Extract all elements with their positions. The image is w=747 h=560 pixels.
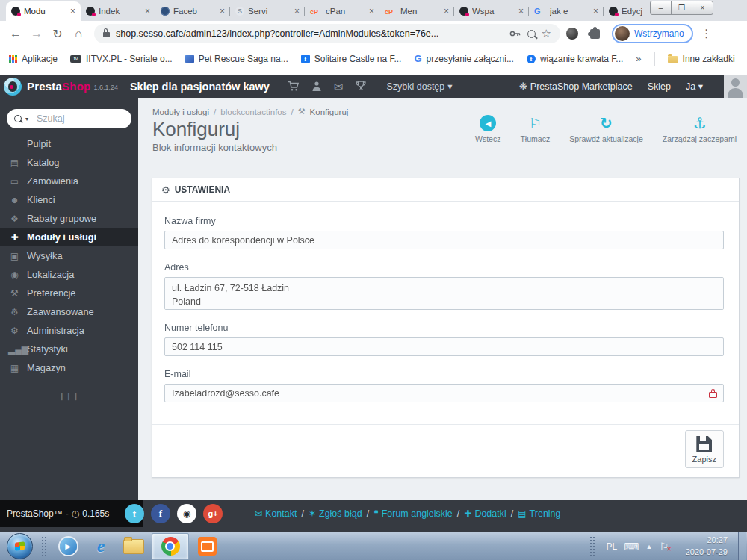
tab-index[interactable]: Indek × xyxy=(81,1,155,21)
training-link[interactable]: ▤Trening xyxy=(518,508,560,519)
extension-icon[interactable] xyxy=(566,28,578,40)
sidebar-item-klienci[interactable]: ☻Klienci xyxy=(0,190,138,209)
check-updates-button[interactable]: ↻ Sprawdź aktualizacje xyxy=(569,114,643,143)
extensions-puzzle-icon[interactable] xyxy=(590,29,600,39)
tab-service[interactable]: Servi × xyxy=(230,1,305,21)
bookmark-pet-rescue[interactable]: Pet Rescue Saga na... xyxy=(185,54,288,64)
sidebar-item-administracja[interactable]: ⚙Administracja xyxy=(0,321,138,340)
xampp-button[interactable] xyxy=(192,534,222,559)
sidebar-item-zamowienia[interactable]: ▭Zamówienia xyxy=(0,172,138,190)
sidebar-item-lokalizacja[interactable]: ◉Lokalizacja xyxy=(0,265,138,284)
google-plus-icon[interactable]: g+ xyxy=(203,504,223,523)
tab-menu[interactable]: Men × xyxy=(379,1,454,21)
restore-button[interactable]: ❐ xyxy=(671,1,692,15)
github-icon[interactable]: ◉ xyxy=(177,504,196,523)
sidebar-search[interactable]: ▾ xyxy=(7,109,131,128)
sidebar-item-pulpit[interactable]: Pulpit xyxy=(0,134,138,153)
manage-hooks-button[interactable]: ⚓ Zarządzaj zaczepami xyxy=(663,114,737,143)
customer-icon[interactable] xyxy=(311,81,322,92)
email-input[interactable] xyxy=(164,384,724,402)
tab-modules[interactable]: Modu × xyxy=(6,1,81,21)
action-center-flag-icon[interactable]: ⚐ xyxy=(659,541,669,553)
forward-icon[interactable]: → xyxy=(27,27,46,40)
file-explorer-button[interactable] xyxy=(119,534,149,559)
sidebar-item-magazyn[interactable]: ▦Magazyn xyxy=(0,358,138,377)
marketplace-link[interactable]: ❋PrestaShop Marketplace xyxy=(519,81,633,92)
tab-facebook[interactable]: Faceb × xyxy=(155,1,230,21)
sidebar-collapse-handle[interactable]: ❙❙❙ xyxy=(58,392,79,400)
report-bug-link[interactable]: ✶Zgłoś błąd xyxy=(309,508,362,519)
translate-button[interactable]: ⚐ Tłumacz xyxy=(520,114,550,143)
password-key-icon[interactable] xyxy=(509,28,521,39)
tab-cpanel[interactable]: cPan × xyxy=(305,1,379,21)
facebook-icon[interactable]: f xyxy=(151,504,170,523)
close-button[interactable]: × xyxy=(692,1,713,15)
breadcrumb-modules[interactable]: Moduły i usługi xyxy=(152,108,209,116)
trophy-icon[interactable] xyxy=(355,81,367,92)
contact-link[interactable]: ✉Kontakt xyxy=(255,508,297,519)
tab-close-icon[interactable]: × xyxy=(294,7,300,16)
search-input[interactable] xyxy=(35,113,124,125)
browser-menu-icon[interactable]: ⋮ xyxy=(699,27,714,40)
book-icon: ▤ xyxy=(518,508,526,519)
tab-close-icon[interactable]: × xyxy=(444,7,449,16)
bookmark-tie[interactable]: wiązanie krawata F... xyxy=(527,54,623,64)
zoom-icon[interactable] xyxy=(527,30,536,38)
quick-access-dropdown[interactable]: Szybki dostęp ▾ xyxy=(386,81,452,92)
sidebar-item-statystyki[interactable]: ▂▄▆Statystyki xyxy=(0,340,138,358)
minimize-button[interactable]: – xyxy=(650,1,672,15)
chrome-button-active[interactable] xyxy=(152,533,189,560)
bookmark-iitvx[interactable]: IITVX.PL - Seriale o... xyxy=(70,54,173,64)
bookmark-star-icon[interactable]: ☆ xyxy=(542,27,551,40)
user-avatar[interactable] xyxy=(724,75,747,98)
cart-icon[interactable] xyxy=(288,81,300,92)
language-indicator[interactable]: PL xyxy=(607,541,618,552)
other-bookmarks[interactable]: Inne zakładki xyxy=(668,54,735,64)
sidebar-item-moduly[interactable]: ✚Moduły i usługi xyxy=(0,228,138,246)
media-player-button[interactable]: ▶ xyxy=(53,534,83,559)
phone-input[interactable] xyxy=(164,337,724,356)
sidebar-item-rabaty[interactable]: ❖Rabaty grupowe xyxy=(0,209,138,228)
secure-lock-icon[interactable] xyxy=(103,32,110,37)
bookmark-solitaire[interactable]: Solitaire Castle na F... xyxy=(301,54,402,64)
user-menu[interactable]: Ja ▾ xyxy=(686,81,703,92)
bookmark-attachments[interactable]: G przesyłanie załączni... xyxy=(414,53,514,64)
shop-name-link[interactable]: Sklep dla pasjonatów kawy xyxy=(130,81,270,93)
tab-close-icon[interactable]: × xyxy=(518,7,524,16)
forum-link[interactable]: ❝Forum angielskie xyxy=(374,508,453,519)
bookmarks-overflow-icon[interactable]: » xyxy=(636,53,641,64)
tab-close-icon[interactable]: × xyxy=(593,7,598,16)
messages-icon[interactable]: ✉ xyxy=(334,80,344,93)
address-textarea[interactable]: ul. Ładzin 67, 72-518 Ładzin Poland xyxy=(164,277,724,310)
tab-close-icon[interactable]: × xyxy=(220,7,225,16)
back-button[interactable]: ◀ Wstecz xyxy=(475,114,500,143)
sidebar-item-katalog[interactable]: ▤Katalog xyxy=(0,153,138,172)
tab-close-icon[interactable]: × xyxy=(369,7,374,16)
company-name-input[interactable] xyxy=(164,231,724,249)
profile-chip[interactable]: Wstrzymano xyxy=(612,24,693,43)
url-text[interactable]: shop.sesso.cafe/admin123/index.php?contr… xyxy=(116,28,503,39)
sidebar-item-wysylka[interactable]: ▣Wysyłka xyxy=(0,246,138,265)
save-button[interactable]: Zapisz xyxy=(685,430,724,468)
bookmark-apps[interactable]: Aplikacje xyxy=(9,54,58,64)
start-button[interactable] xyxy=(7,533,33,559)
home-icon[interactable]: ⌂ xyxy=(69,27,88,40)
internet-explorer-button[interactable]: e xyxy=(86,534,116,559)
tab-close-icon[interactable]: × xyxy=(145,7,150,16)
keyboard-icon[interactable]: ⌨ xyxy=(624,541,639,553)
tray-expand-icon[interactable]: ▲ xyxy=(646,543,653,550)
caret-down-icon[interactable]: ▾ xyxy=(25,116,28,122)
tab-wspa[interactable]: Wspa × xyxy=(454,1,529,21)
addons-link[interactable]: ✚Dodatki xyxy=(464,508,506,519)
tab-close-icon[interactable]: × xyxy=(70,7,75,16)
reload-icon[interactable]: ↻ xyxy=(48,27,67,41)
address-bar[interactable]: shop.sesso.cafe/admin123/index.php?contr… xyxy=(94,24,560,43)
sidebar-item-zaawansowane[interactable]: ⚙Zaawansowane xyxy=(0,302,138,321)
shop-front-link[interactable]: Sklep xyxy=(648,81,671,92)
twitter-icon[interactable]: t xyxy=(125,504,144,523)
tab-google-search[interactable]: jak e × xyxy=(529,1,604,21)
sidebar-item-preferencje[interactable]: ⚒Preferencje xyxy=(0,284,138,302)
show-desktop-button[interactable] xyxy=(738,532,746,560)
back-icon[interactable]: ← xyxy=(6,27,25,40)
clock[interactable]: 20:27 2020-07-29 xyxy=(675,535,728,558)
